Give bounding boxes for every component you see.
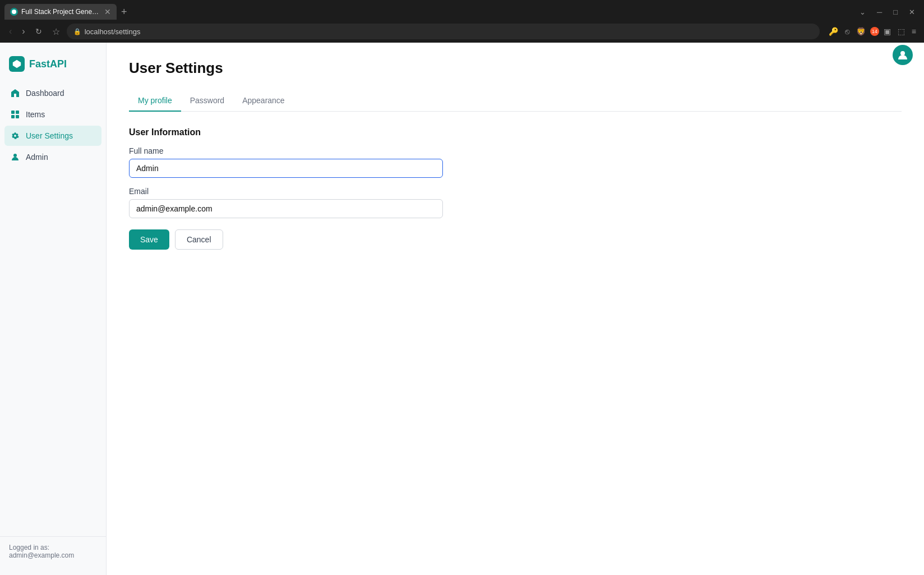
- forward-button[interactable]: ›: [19, 25, 28, 38]
- sidebar: FastAPI Dashboard Items: [0, 43, 107, 575]
- key-icon[interactable]: 🔑: [826, 26, 840, 37]
- cancel-button[interactable]: Cancel: [175, 229, 223, 250]
- tab-close-button[interactable]: ✕: [104, 7, 111, 16]
- user-information-section: User Information Full name Email Save Ca…: [129, 127, 902, 250]
- gear-icon: [10, 131, 20, 141]
- settings-tabs: My profile Password Appearance: [129, 90, 902, 112]
- main-content: User Settings My profile Password Appear…: [107, 43, 924, 575]
- close-button[interactable]: ✕: [904, 8, 920, 16]
- nav-bar: ‹ › ↻ ☆ 🔒 localhost/settings 🔑 ⎋ 🦁 14 ▣ …: [0, 20, 924, 43]
- url-text: localhost/settings: [85, 27, 813, 36]
- secure-icon: 🔒: [73, 28, 81, 35]
- svg-rect-2: [16, 111, 19, 114]
- svg-point-6: [900, 51, 905, 56]
- full-name-group: Full name: [129, 146, 902, 178]
- home-icon: [10, 88, 20, 98]
- tab-title: Full Stack Project Genera...: [21, 8, 101, 16]
- sidebar-toggle-button[interactable]: ▣: [881, 26, 893, 37]
- screenshot-icon[interactable]: ⬚: [895, 26, 907, 37]
- full-name-label: Full name: [129, 146, 902, 155]
- browser-icons: 🔑 ⎋ 🦁 14 ▣ ⬚ ≡: [826, 26, 918, 37]
- email-group: Email: [129, 187, 902, 218]
- svg-rect-4: [16, 115, 19, 118]
- tab-appearance[interactable]: Appearance: [233, 90, 294, 112]
- sidebar-item-items[interactable]: Items: [4, 104, 101, 125]
- tab-list-button[interactable]: ⌄: [855, 8, 870, 16]
- section-title: User Information: [129, 127, 902, 137]
- svg-rect-1: [11, 111, 15, 114]
- refresh-button[interactable]: ↻: [32, 26, 45, 37]
- avatar[interactable]: [893, 45, 913, 65]
- save-button[interactable]: Save: [129, 229, 169, 250]
- browser-chrome: Full Stack Project Genera... ✕ + ⌄ ─ □ ✕…: [0, 0, 924, 43]
- email-input[interactable]: [129, 199, 443, 218]
- sidebar-nav: Dashboard Items User Settings: [0, 83, 106, 536]
- sidebar-item-dashboard[interactable]: Dashboard: [4, 83, 101, 103]
- email-label: Email: [129, 187, 902, 196]
- svg-point-0: [12, 10, 16, 14]
- sidebar-item-admin[interactable]: Admin: [4, 147, 101, 167]
- sidebar-logo: FastAPI: [0, 52, 106, 83]
- logged-in-email: admin@example.com: [9, 551, 97, 559]
- browser-tab-active[interactable]: Full Stack Project Genera... ✕: [4, 4, 117, 20]
- svg-rect-3: [11, 115, 15, 118]
- sidebar-item-label-admin: Admin: [26, 153, 48, 162]
- full-name-input[interactable]: [129, 159, 443, 178]
- sidebar-item-label-dashboard: Dashboard: [26, 89, 64, 98]
- tab-bar: Full Stack Project Genera... ✕ + ⌄ ─ □ ✕: [0, 0, 924, 20]
- new-tab-button[interactable]: +: [119, 6, 130, 18]
- address-bar[interactable]: 🔒 localhost/settings: [67, 24, 820, 39]
- logo-text: FastAPI: [29, 58, 67, 70]
- logged-in-label: Logged in as:: [9, 544, 97, 551]
- logo-icon: [9, 56, 25, 72]
- sidebar-item-label-items: Items: [26, 110, 45, 119]
- svg-point-5: [13, 154, 17, 157]
- form-actions: Save Cancel: [129, 229, 902, 250]
- sidebar-item-user-settings[interactable]: User Settings: [4, 126, 101, 146]
- sidebar-item-label-user-settings: User Settings: [26, 131, 73, 140]
- menu-icon[interactable]: ≡: [909, 26, 918, 37]
- rewards-badge[interactable]: 14: [870, 27, 879, 36]
- minimize-button[interactable]: ─: [872, 8, 886, 16]
- back-button[interactable]: ‹: [6, 25, 15, 38]
- person-icon: [10, 152, 20, 162]
- app-layout: FastAPI Dashboard Items: [0, 43, 924, 575]
- page-title: User Settings: [129, 59, 902, 77]
- share-icon[interactable]: ⎋: [843, 26, 852, 37]
- tab-favicon: [10, 8, 18, 16]
- sidebar-footer: Logged in as: admin@example.com: [0, 536, 106, 566]
- tab-password[interactable]: Password: [181, 90, 233, 112]
- bookmark-button[interactable]: ☆: [49, 25, 63, 38]
- tab-my-profile[interactable]: My profile: [129, 90, 181, 112]
- grid-icon: [10, 109, 20, 119]
- restore-button[interactable]: □: [889, 8, 902, 16]
- brave-icon[interactable]: 🦁: [854, 26, 868, 37]
